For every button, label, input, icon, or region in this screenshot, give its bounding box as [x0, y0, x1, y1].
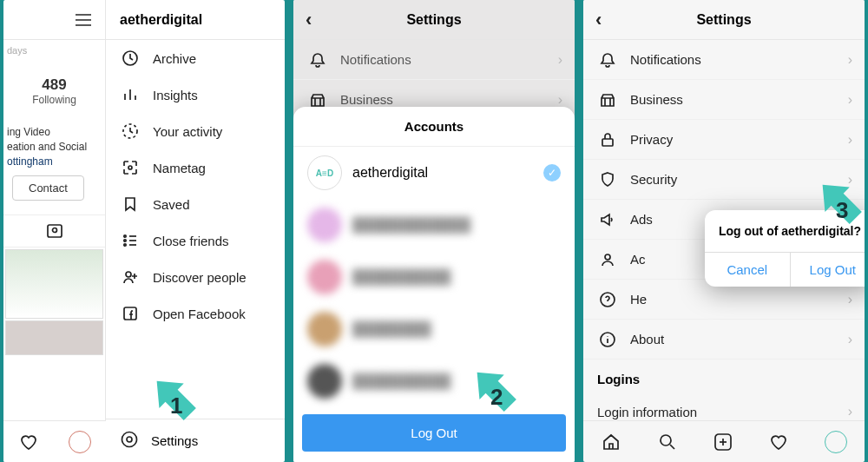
menu-close-friends[interactable]: Close friends	[106, 222, 285, 259]
svg-rect-3	[48, 225, 62, 237]
chevron-right-icon: ›	[848, 404, 852, 419]
home-icon[interactable]	[601, 432, 621, 452]
heart-icon[interactable]	[768, 432, 789, 452]
activity-icon	[120, 121, 141, 142]
svg-rect-18	[124, 307, 136, 320]
shield-icon	[597, 169, 618, 190]
business-icon	[597, 89, 618, 110]
chevron-right-icon: ›	[848, 92, 852, 108]
dialog-cancel-button[interactable]: Cancel	[705, 253, 791, 287]
contact-button[interactable]: Contact	[12, 175, 84, 201]
account-item[interactable]: A≡D aetherdigital ✓	[293, 147, 575, 199]
accounts-sheet: Accounts A≡D aetherdigital ✓ ███████████…	[293, 107, 575, 462]
profile-tab-icon[interactable]	[825, 431, 847, 453]
chevron-right-icon: ›	[558, 52, 562, 68]
menu-nametag[interactable]: Nametag	[106, 149, 285, 186]
avatar	[307, 260, 342, 294]
insights-icon	[120, 84, 141, 105]
bio-link[interactable]: ottingham	[7, 155, 105, 169]
step-number: 1	[170, 393, 182, 419]
svg-point-11	[124, 235, 126, 237]
menu-activity[interactable]: Your activity	[106, 113, 285, 149]
svg-point-13	[124, 244, 126, 246]
svg-point-17	[126, 272, 131, 277]
account-item[interactable]: ████████	[293, 303, 575, 355]
row-notifications[interactable]: Notifications›	[293, 40, 575, 80]
row-login-info[interactable]: Login information›	[583, 392, 865, 420]
post-thumbnail[interactable]	[5, 249, 103, 319]
discover-icon	[120, 267, 141, 287]
chevron-right-icon: ›	[848, 332, 852, 347]
settings-header: ‹ Settings	[583, 0, 865, 40]
avatar	[307, 208, 342, 242]
account-item[interactable]: ██████████	[293, 251, 575, 303]
info-icon	[597, 329, 618, 350]
svg-point-19	[127, 437, 132, 442]
account-item[interactable]: ██████████	[293, 355, 575, 407]
account-name: aetherdigital	[352, 165, 428, 181]
help-icon	[597, 289, 618, 310]
phone-step-2: ‹ Settings Notifications› Business› Priv…	[293, 0, 575, 462]
svg-point-4	[52, 228, 56, 233]
chevron-right-icon: ›	[558, 92, 562, 108]
chevron-right-icon: ›	[848, 292, 852, 307]
svg-line-31	[670, 445, 674, 449]
svg-point-10	[128, 166, 132, 169]
drawer-username: aetherdigital	[106, 0, 285, 40]
following-count[interactable]: 489	[9, 76, 100, 94]
days-label: days	[3, 40, 105, 61]
logins-section: Logins	[583, 360, 865, 392]
logout-button[interactable]: Log Out	[302, 414, 566, 452]
menu-archive[interactable]: Archive	[106, 40, 285, 76]
svg-point-20	[122, 432, 137, 447]
tab-bar	[583, 420, 865, 462]
nametag-icon	[120, 157, 141, 178]
row-business[interactable]: Business›	[583, 80, 865, 120]
gear-icon	[120, 430, 139, 452]
menu-insights[interactable]: Insights	[106, 76, 285, 113]
search-icon[interactable]	[657, 432, 678, 452]
row-security[interactable]: Security›	[583, 160, 865, 200]
chevron-right-icon: ›	[848, 52, 852, 68]
account-item[interactable]: ████████████	[293, 199, 575, 251]
profile-tab-icon[interactable]	[69, 431, 91, 453]
chevron-right-icon: ›	[848, 132, 852, 148]
close-friends-icon	[120, 230, 141, 251]
facebook-icon	[120, 303, 141, 324]
menu-discover[interactable]: Discover people	[106, 259, 285, 295]
bio-line: ing Video	[7, 125, 105, 140]
svg-rect-24	[602, 139, 613, 146]
dialog-confirm-button[interactable]: Log Out	[791, 253, 865, 287]
row-about[interactable]: About›	[583, 320, 865, 360]
avatar	[307, 364, 342, 399]
menu-icon[interactable]	[74, 10, 93, 30]
post-thumbnail[interactable]	[5, 320, 103, 355]
svg-point-30	[661, 435, 671, 446]
heart-icon[interactable]	[18, 432, 39, 452]
avatar	[307, 312, 342, 346]
svg-point-12	[124, 240, 126, 241]
menu-facebook[interactable]: Open Facebook	[106, 295, 285, 332]
check-icon: ✓	[543, 164, 561, 182]
row-notifications[interactable]: Notifications›	[583, 40, 865, 80]
menu-saved[interactable]: Saved	[106, 186, 285, 222]
step-number: 2	[490, 384, 503, 411]
lock-icon	[597, 129, 618, 150]
step-number: 3	[836, 197, 848, 224]
bio-line: eation and Social	[7, 140, 105, 155]
saved-icon	[120, 194, 141, 214]
account-icon	[597, 249, 618, 270]
chevron-right-icon: ›	[848, 172, 852, 188]
following-label: Following	[9, 94, 100, 106]
back-icon[interactable]: ‹	[306, 9, 312, 31]
tagged-icon[interactable]	[46, 223, 63, 239]
avatar: A≡D	[307, 155, 342, 190]
settings-header: ‹ Settings	[293, 0, 575, 40]
phone-step-3: ‹ Settings Notifications› Business› Priv…	[583, 0, 865, 462]
menu-settings[interactable]: Settings	[106, 419, 285, 462]
archive-icon	[120, 48, 141, 69]
ads-icon	[597, 209, 618, 230]
row-privacy[interactable]: Privacy›	[583, 120, 865, 160]
new-post-icon[interactable]	[713, 432, 733, 452]
back-icon[interactable]: ‹	[595, 9, 602, 31]
